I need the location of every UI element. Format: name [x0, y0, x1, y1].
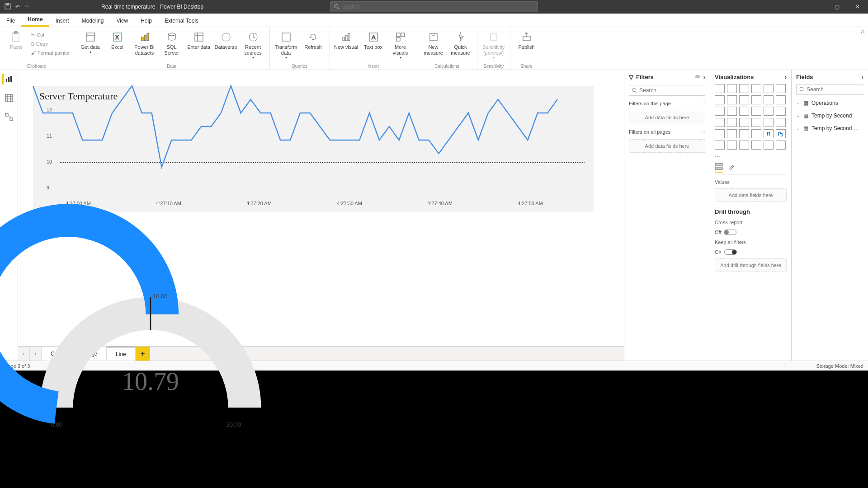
fields-subtab[interactable]	[715, 163, 723, 173]
fields-search[interactable]	[796, 84, 863, 95]
report-canvas[interactable]: Server Temperature 12 11 10 9 4:27:00 AM…	[20, 73, 621, 344]
viz-donut-icon[interactable]	[764, 107, 774, 116]
copy-button[interactable]: ⧉Copy	[31, 40, 70, 48]
global-search[interactable]	[330, 1, 538, 12]
page-prev[interactable]: ‹	[18, 347, 30, 361]
viz-combo2-icon[interactable]	[764, 95, 774, 104]
viz-combo1-icon[interactable]	[751, 95, 761, 104]
viz-stacked-col-icon[interactable]	[739, 84, 749, 93]
viz-area-icon[interactable]	[727, 95, 737, 104]
tab-view[interactable]: View	[110, 15, 134, 27]
filters-all-well[interactable]: Add data fields here	[629, 139, 705, 153]
recent-sources-button[interactable]: Recent sources▾	[241, 29, 266, 60]
refresh-button[interactable]: Refresh	[301, 29, 326, 50]
viz-get-more-icon[interactable]	[776, 141, 786, 150]
collapse-fields-icon[interactable]: ›	[862, 74, 863, 80]
cut-button[interactable]: ✂Cut	[31, 31, 70, 39]
gauge-visual[interactable]: 10.00 10.79 0.00 20.00	[33, 290, 268, 439]
maximize-button[interactable]: ▢	[826, 0, 847, 14]
viz-r-icon[interactable]: R	[764, 129, 774, 138]
tab-modeling[interactable]: Modeling	[75, 15, 110, 27]
viz-shape-map-icon[interactable]	[739, 118, 749, 127]
pbi-datasets-button[interactable]: Power BI datasets	[132, 29, 157, 56]
sql-button[interactable]: SQL Server	[159, 29, 184, 56]
line-chart-visual[interactable]: Server Temperature 12 11 10 9 4:27:00 AM…	[33, 86, 594, 212]
collapse-ribbon-icon[interactable]: ⋀	[861, 29, 864, 34]
viz-kpi-icon[interactable]	[715, 129, 725, 138]
close-button[interactable]: ✕	[847, 0, 868, 14]
new-visual-button[interactable]: New visual	[334, 29, 359, 50]
drill-well[interactable]: Add drill-through fields here	[715, 258, 787, 272]
viz-card-icon[interactable]	[764, 118, 774, 127]
keep-filters-toggle[interactable]	[724, 249, 737, 255]
sensitivity-button[interactable]: Sensitivity (preview)▾	[481, 29, 506, 60]
collapse-viz-icon[interactable]: ›	[785, 74, 787, 80]
tab-help[interactable]: Help	[134, 15, 158, 27]
transform-data-button[interactable]: Transform data▾	[274, 29, 299, 60]
new-measure-button[interactable]: New measure	[421, 29, 446, 56]
enter-data-button[interactable]: Enter data	[186, 29, 212, 50]
viz-line-icon[interactable]	[715, 95, 725, 104]
viz-waterfall-icon[interactable]	[715, 107, 725, 116]
filters-search[interactable]	[629, 85, 705, 96]
values-well[interactable]: Add data fields here	[715, 188, 787, 202]
fields-search-input[interactable]	[807, 86, 868, 93]
viz-py-icon[interactable]: Py	[776, 129, 786, 138]
field-table-operations[interactable]: ⌄▦Operations	[796, 99, 863, 108]
excel-button[interactable]: XExcel	[105, 29, 130, 50]
dataverse-button[interactable]: Dataverse	[213, 29, 239, 50]
tab-home[interactable]: Home	[21, 14, 49, 27]
filters-page-well[interactable]: Add data fields here	[629, 111, 705, 124]
viz-map-icon[interactable]	[715, 118, 725, 127]
viz-more-icon[interactable]: ⋯	[715, 153, 787, 160]
undo-icon[interactable]: ↶	[15, 4, 20, 10]
viz-clustered-col-icon[interactable]	[751, 84, 761, 93]
more-icon[interactable]: ⋯	[700, 129, 705, 135]
collapse-filters-icon[interactable]: ›	[703, 74, 705, 80]
viz-matrix-icon[interactable]	[751, 129, 761, 138]
viz-slicer-icon[interactable]	[727, 129, 737, 138]
viz-decomp-icon[interactable]	[727, 141, 737, 150]
viz-100-bar-icon[interactable]	[764, 84, 774, 93]
quick-measure-button[interactable]: Quick measure	[448, 29, 473, 56]
viz-clustered-bar-icon[interactable]	[727, 84, 737, 93]
viz-paginated-icon[interactable]	[764, 141, 774, 150]
viz-100-col-icon[interactable]	[776, 84, 786, 93]
viz-filled-map-icon[interactable]	[727, 118, 737, 127]
viz-narrative-icon[interactable]	[751, 141, 761, 150]
data-view-button[interactable]	[4, 93, 14, 103]
more-visuals-button[interactable]: More visuals▾	[388, 29, 413, 60]
viz-ribbon-icon[interactable]	[776, 95, 786, 104]
field-table-temp1[interactable]: ⌄▦Temp by Second	[796, 111, 863, 120]
filters-search-input[interactable]	[639, 87, 707, 94]
get-data-button[interactable]: Get data▾	[78, 29, 103, 54]
viz-scatter-icon[interactable]	[739, 107, 749, 116]
viz-pie-icon[interactable]	[751, 107, 761, 116]
redo-icon[interactable]: ↷	[24, 4, 29, 10]
text-box-button[interactable]: AText box	[361, 29, 386, 50]
field-table-temp2[interactable]: ⌄▦Temp by Second …	[796, 124, 863, 133]
viz-qa-icon[interactable]	[739, 141, 749, 150]
hide-filters-icon[interactable]: 👁	[695, 74, 701, 80]
tab-insert[interactable]: Insert	[49, 15, 75, 27]
viz-treemap-icon[interactable]	[776, 107, 786, 116]
more-icon[interactable]: ⋯	[700, 100, 705, 106]
viz-key-influencer-icon[interactable]	[715, 141, 725, 150]
viz-multi-card-icon[interactable]	[776, 118, 786, 127]
viz-funnel-icon[interactable]	[727, 107, 737, 116]
save-icon[interactable]	[5, 3, 11, 11]
viz-table-icon[interactable]	[739, 129, 749, 138]
publish-button[interactable]: Publish	[514, 29, 539, 50]
search-input[interactable]	[342, 4, 534, 10]
viz-stacked-bar-icon[interactable]	[715, 84, 725, 93]
tab-external-tools[interactable]: External Tools	[158, 15, 205, 27]
file-menu[interactable]: File	[0, 15, 21, 27]
viz-gauge-icon[interactable]	[751, 118, 761, 127]
format-painter-button[interactable]: 🖌Format painter	[31, 49, 70, 57]
format-subtab[interactable]	[728, 163, 735, 173]
minimize-button[interactable]: ─	[806, 0, 826, 14]
model-view-button[interactable]	[4, 112, 14, 122]
cross-report-toggle[interactable]	[724, 230, 736, 235]
viz-stacked-area-icon[interactable]	[739, 95, 749, 104]
paste-button[interactable]: Paste	[4, 29, 29, 50]
